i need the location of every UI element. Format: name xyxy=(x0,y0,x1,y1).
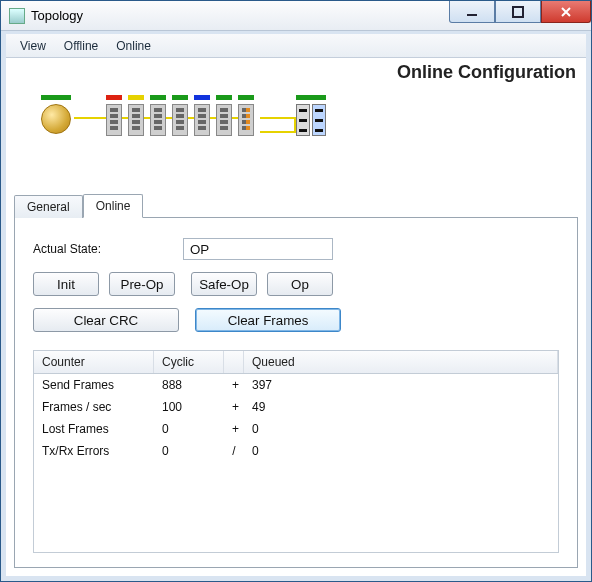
table-row[interactable]: Send Frames 888 + 397 xyxy=(34,374,558,396)
topology-window: Topology View Offline Online Online Conf… xyxy=(0,0,592,582)
remote-status-bar xyxy=(296,95,326,100)
svg-rect-1 xyxy=(513,7,523,17)
app-icon xyxy=(9,8,25,24)
cell-queued: 0 xyxy=(244,418,558,440)
clear-frames-button[interactable]: Clear Frames xyxy=(195,308,341,332)
maximize-button[interactable] xyxy=(495,1,541,23)
minimize-button[interactable] xyxy=(449,1,495,23)
cell-counter: Lost Frames xyxy=(34,418,154,440)
minimize-icon xyxy=(466,6,478,18)
cell-cyclic: 888 xyxy=(154,374,224,396)
slave-node[interactable] xyxy=(172,95,188,136)
cell-sep: + xyxy=(224,418,244,440)
title-bar[interactable]: Topology xyxy=(1,1,591,31)
topology-diagram[interactable] xyxy=(6,83,586,193)
cell-counter: Send Frames xyxy=(34,374,154,396)
table-row[interactable]: Lost Frames 0 + 0 xyxy=(34,418,558,440)
remote-node[interactable] xyxy=(296,95,326,136)
table-row[interactable]: Tx/Rx Errors 0 / 0 xyxy=(34,440,558,462)
clear-crc-button[interactable]: Clear CRC xyxy=(33,308,179,332)
slave-icon xyxy=(194,104,210,136)
master-node[interactable] xyxy=(38,95,74,134)
slave-icon xyxy=(238,104,254,136)
tabs-area: General Online Actual State: Init Pre-Op… xyxy=(6,193,586,576)
slave-status-bar xyxy=(172,95,188,100)
client-area: View Offline Online Online Configuration xyxy=(1,31,591,581)
slave-status-bar xyxy=(128,95,144,100)
close-icon xyxy=(559,5,573,19)
tab-general[interactable]: General xyxy=(14,195,83,218)
slave-icon xyxy=(128,104,144,136)
actual-state-field[interactable] xyxy=(183,238,333,260)
page-title: Online Configuration xyxy=(6,58,586,83)
cell-sep: + xyxy=(224,374,244,396)
svg-rect-0 xyxy=(467,14,477,16)
slave-node[interactable] xyxy=(216,95,232,136)
remote-icon xyxy=(296,104,310,136)
cell-cyclic: 0 xyxy=(154,440,224,462)
table-header-row: Counter Cyclic Queued xyxy=(34,351,558,374)
slave-node[interactable] xyxy=(106,95,122,136)
cell-sep: / xyxy=(224,440,244,462)
cell-cyclic: 0 xyxy=(154,418,224,440)
tab-headers: General Online xyxy=(14,193,578,217)
cell-counter: Frames / sec xyxy=(34,396,154,418)
window-buttons xyxy=(449,1,591,30)
bus-wire-extension xyxy=(260,117,296,133)
slave-node[interactable] xyxy=(128,95,144,136)
op-button[interactable]: Op xyxy=(267,272,333,296)
slave-icon xyxy=(106,104,122,136)
maximize-icon xyxy=(512,6,524,18)
master-icon xyxy=(41,104,71,134)
slave-status-bar xyxy=(106,95,122,100)
counters-table: Counter Cyclic Queued Send Frames 888 + … xyxy=(33,350,559,553)
cell-queued: 0 xyxy=(244,440,558,462)
slave-icon xyxy=(216,104,232,136)
slave-node[interactable] xyxy=(150,95,166,136)
safeop-button[interactable]: Safe-Op xyxy=(191,272,257,296)
col-header-queued[interactable]: Queued xyxy=(244,351,558,373)
menu-online[interactable]: Online xyxy=(108,36,159,56)
master-status-bar xyxy=(41,95,71,100)
table-row[interactable]: Frames / sec 100 + 49 xyxy=(34,396,558,418)
slave-status-bar xyxy=(194,95,210,100)
close-button[interactable] xyxy=(541,1,591,23)
tab-online[interactable]: Online xyxy=(83,194,144,218)
slave-status-bar xyxy=(238,95,254,100)
slave-nodes xyxy=(106,95,254,136)
actual-state-label: Actual State: xyxy=(33,242,173,256)
slave-node[interactable] xyxy=(238,95,254,136)
slave-status-bar xyxy=(150,95,166,100)
slave-icon xyxy=(172,104,188,136)
init-button[interactable]: Init xyxy=(33,272,99,296)
slave-status-bar xyxy=(216,95,232,100)
window-title: Topology xyxy=(31,8,449,23)
cell-cyclic: 100 xyxy=(154,396,224,418)
cell-queued: 397 xyxy=(244,374,558,396)
col-header-cyclic[interactable]: Cyclic xyxy=(154,351,224,373)
table-body: Send Frames 888 + 397 Frames / sec 100 +… xyxy=(34,374,558,462)
preop-button[interactable]: Pre-Op xyxy=(109,272,175,296)
cell-sep: + xyxy=(224,396,244,418)
menu-view[interactable]: View xyxy=(12,36,54,56)
slave-icon xyxy=(150,104,166,136)
tab-panel-online: Actual State: Init Pre-Op Safe-Op Op Cle… xyxy=(14,217,578,568)
slave-node[interactable] xyxy=(194,95,210,136)
cell-counter: Tx/Rx Errors xyxy=(34,440,154,462)
menu-bar: View Offline Online xyxy=(6,34,586,58)
remote-icon xyxy=(312,104,326,136)
menu-offline[interactable]: Offline xyxy=(56,36,106,56)
col-header-sep xyxy=(224,351,244,373)
col-header-counter[interactable]: Counter xyxy=(34,351,154,373)
cell-queued: 49 xyxy=(244,396,558,418)
